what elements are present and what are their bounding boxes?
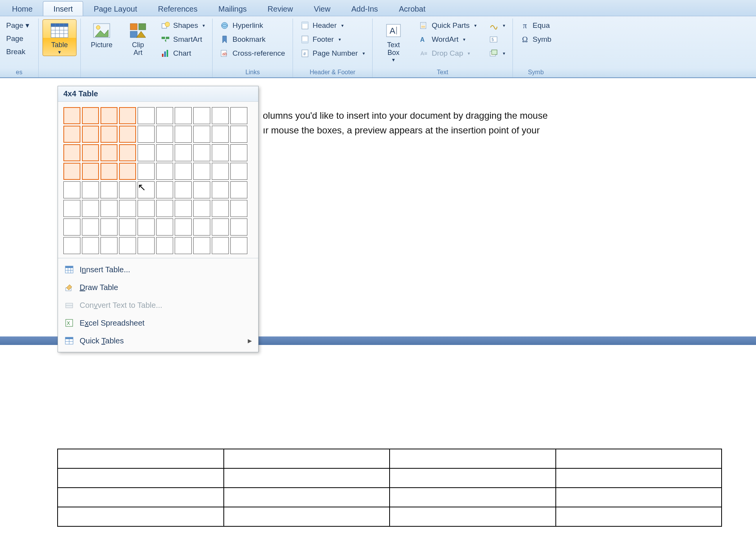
preview-cell[interactable] [224,488,390,507]
grid-cell[interactable] [119,144,136,161]
preview-cell[interactable] [556,449,722,468]
grid-cell[interactable] [156,107,173,124]
grid-cell[interactable] [119,237,136,254]
grid-cell[interactable] [156,200,173,217]
grid-cell[interactable] [156,126,173,143]
grid-cell[interactable] [119,181,136,198]
grid-cell[interactable] [63,237,80,254]
grid-cell[interactable] [230,144,247,161]
excel-spreadsheet-menu-item[interactable]: X Excel Spreadsheet [58,314,258,332]
wordart-button[interactable]: A WordArt▾ [416,33,480,46]
grid-cell[interactable] [100,163,117,180]
grid-cell[interactable] [82,181,99,198]
grid-cell[interactable] [193,218,210,236]
grid-cell[interactable] [82,126,99,143]
grid-cell[interactable] [138,163,155,180]
grid-cell[interactable] [212,126,229,143]
equation-button[interactable]: π Equa [517,19,555,32]
smartart-button[interactable]: SmartArt [157,33,208,46]
grid-cell[interactable] [230,107,247,124]
preview-cell[interactable] [556,488,722,507]
tab-review[interactable]: Review [257,1,303,16]
picture-button[interactable]: Picture [85,19,119,50]
grid-cell[interactable] [100,126,117,143]
grid-cell[interactable] [156,237,173,254]
grid-cell[interactable] [100,181,117,198]
grid-cell[interactable] [100,200,117,217]
grid-cell[interactable] [119,107,136,124]
clipart-button[interactable]: Clip Art [121,19,155,58]
grid-cell[interactable] [138,218,155,236]
grid-cell[interactable] [193,181,210,198]
grid-cell[interactable] [119,200,136,217]
grid-cell[interactable] [63,218,80,236]
grid-cell[interactable] [193,163,210,180]
grid-cell[interactable] [230,163,247,180]
quickparts-button[interactable]: Quick Parts▾ [416,19,480,32]
grid-cell[interactable] [230,237,247,254]
date-time-button[interactable]: 5 [485,33,509,46]
grid-cell[interactable] [175,107,192,124]
grid-cell[interactable] [212,237,229,254]
grid-cell[interactable] [156,218,173,236]
grid-cell[interactable] [175,218,192,236]
grid-cell[interactable] [156,144,173,161]
symbol-button[interactable]: Ω Symb [517,33,555,46]
grid-cell[interactable] [63,144,80,161]
grid-cell[interactable] [138,107,155,124]
grid-cell[interactable] [63,181,80,198]
grid-cell[interactable] [156,163,173,180]
chart-button[interactable]: Chart [157,47,208,60]
draw-table-menu-item[interactable]: Draw Table [58,278,258,296]
grid-cell[interactable] [138,237,155,254]
grid-cell[interactable] [193,200,210,217]
grid-cell[interactable] [212,163,229,180]
insert-table-menu-item[interactable]: Innsert Table... [58,261,258,278]
grid-cell[interactable] [119,126,136,143]
grid-cell[interactable] [193,144,210,161]
grid-cell[interactable] [100,218,117,236]
grid-cell[interactable] [82,200,99,217]
preview-cell[interactable] [58,449,224,468]
grid-cell[interactable] [175,163,192,180]
tab-addins[interactable]: Add-Ins [341,1,388,16]
grid-cell[interactable] [230,218,247,236]
grid-cell[interactable] [63,163,80,180]
cover-page-button[interactable]: Page ▾ [4,19,34,31]
preview-cell[interactable] [58,507,224,526]
grid-cell[interactable] [138,181,155,198]
page-break-button[interactable]: Break [4,46,34,58]
grid-cell[interactable] [82,218,99,236]
grid-cell[interactable] [63,200,80,217]
grid-cell[interactable] [100,107,117,124]
grid-cell[interactable] [212,218,229,236]
grid-cell[interactable] [175,126,192,143]
grid-cell[interactable] [175,237,192,254]
grid-cell[interactable] [156,181,173,198]
blank-page-button[interactable]: Page [4,33,34,44]
grid-cell[interactable] [230,200,247,217]
grid-cell[interactable] [138,200,155,217]
object-button[interactable]: ▾ [485,47,509,60]
hyperlink-button[interactable]: Hyperlink [216,19,288,32]
preview-cell[interactable] [390,507,556,526]
footer-button[interactable]: Footer▾ [297,33,368,46]
page-number-button[interactable]: # Page Number▾ [297,47,368,60]
preview-cell[interactable] [390,468,556,488]
grid-cell[interactable] [175,181,192,198]
preview-cell[interactable] [224,449,390,468]
grid-cell[interactable] [212,181,229,198]
tab-mailings[interactable]: Mailings [208,1,257,16]
preview-cell[interactable] [390,449,556,468]
grid-cell[interactable] [212,144,229,161]
crossref-button[interactable]: ab Cross-reference [216,47,288,60]
grid-cell[interactable] [82,144,99,161]
tab-insert[interactable]: Insert [43,1,83,16]
table-size-grid[interactable] [63,107,253,254]
shapes-button[interactable]: Shapes▾ [157,19,208,32]
grid-cell[interactable] [63,107,80,124]
preview-cell[interactable] [58,488,224,507]
grid-cell[interactable] [193,237,210,254]
dropcap-button[interactable]: A≡ Drop Cap▾ [416,47,480,60]
grid-cell[interactable] [193,126,210,143]
